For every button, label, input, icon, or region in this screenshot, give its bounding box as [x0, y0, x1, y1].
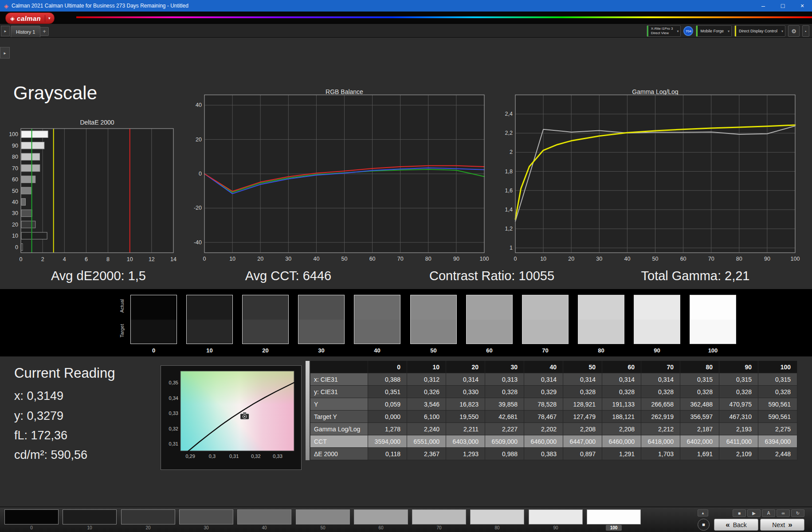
- svg-text:0,34: 0,34: [169, 395, 178, 401]
- meter-count-badge: 704: [683, 26, 693, 36]
- value-cell: 188,121: [602, 411, 641, 423]
- table-row-label: y: CIE31: [310, 386, 368, 398]
- play-icon-button[interactable]: ▶: [747, 509, 761, 517]
- svg-text:0,35: 0,35: [169, 380, 178, 385]
- table-row: Y0,0593,54616,82339,85878,528128,921191,…: [310, 398, 797, 411]
- table-column-header: 40: [524, 361, 563, 373]
- pattern-button-20[interactable]: [121, 509, 175, 524]
- swatch-level-label: 70: [522, 347, 569, 354]
- value-cell: 266,658: [641, 398, 680, 411]
- calman-menu-button[interactable]: ◈ calman ▾: [5, 12, 55, 24]
- panel-toggle-button[interactable]: ▪: [802, 25, 809, 37]
- svg-text:1,4: 1,4: [505, 207, 513, 213]
- grayscale-swatch-90: [634, 295, 680, 344]
- swatch-level-label: 50: [410, 347, 457, 354]
- close-button[interactable]: ×: [792, 0, 812, 12]
- value-cell: 6447,000: [563, 435, 602, 448]
- value-cell: 6460,000: [602, 435, 641, 448]
- reading-fl: fL: 172,36: [14, 429, 67, 442]
- value-cell: 2,208: [563, 423, 602, 435]
- table-row: y: CIE310,3510,3260,3300,3280,3290,3280,…: [310, 386, 797, 398]
- svg-text:10: 10: [12, 233, 18, 239]
- pattern-button-100[interactable]: [587, 509, 641, 524]
- value-cell: 0,328: [602, 386, 641, 398]
- pattern-button-60[interactable]: [354, 509, 408, 524]
- swatch-level-label: 60: [466, 347, 513, 354]
- value-cell: 362,488: [680, 398, 719, 411]
- loop-icon-button[interactable]: ∞: [777, 509, 790, 517]
- next-button[interactable]: Next »: [760, 519, 804, 531]
- text-icon-button[interactable]: A: [762, 509, 775, 517]
- pattern-button-80[interactable]: [470, 509, 524, 524]
- back-button[interactable]: « Back: [714, 519, 758, 531]
- meter-dropdown[interactable]: X-Rite i1Pro 3 Direct View ▾: [647, 25, 681, 37]
- add-tab-button[interactable]: +: [40, 27, 49, 36]
- value-cell: 128,921: [563, 398, 602, 411]
- maximize-button[interactable]: □: [773, 0, 792, 12]
- collapse-panel-button[interactable]: ▲: [698, 509, 708, 516]
- pattern-button-10[interactable]: [63, 509, 117, 524]
- table-corner-cell: [310, 361, 368, 373]
- svg-text:1,8: 1,8: [505, 168, 513, 175]
- rgb-balance-chart: 40200-20-400102030405060708090100: [191, 87, 497, 269]
- minimize-button[interactable]: –: [753, 0, 773, 12]
- grayscale-ramp-strip: Actual Target 0102030405060708090100: [0, 289, 812, 356]
- target-half: [298, 320, 344, 344]
- pattern-button-30[interactable]: [179, 509, 233, 524]
- svg-text:80: 80: [736, 256, 742, 262]
- value-cell: 2,109: [719, 448, 758, 460]
- grayscale-swatch-70: [522, 295, 569, 344]
- pattern-button-label: 80: [470, 525, 524, 530]
- value-cell: 6,100: [407, 411, 446, 423]
- table-row: Gamma Log/Log1,2782,2402,2112,2272,2022,…: [310, 423, 797, 435]
- calman-logo-text: calman: [17, 15, 41, 22]
- settings-gear-button[interactable]: ⚙: [788, 25, 800, 37]
- svg-text:30: 30: [285, 256, 291, 262]
- pattern-button-label: 70: [412, 525, 466, 530]
- svg-text:60: 60: [369, 256, 376, 262]
- pattern-button-50[interactable]: [296, 509, 350, 524]
- value-cell: 0,388: [368, 373, 407, 386]
- reading-x: x: 0,3149: [14, 389, 63, 403]
- measurement-table: 0102030405060708090100x: CIE310,3880,312…: [310, 361, 797, 460]
- swatch-level-label: 40: [354, 347, 400, 354]
- prev-slide-arrow[interactable]: ▸: [0, 47, 10, 59]
- window-title: Calman 2021 Calman Ultimate for Business…: [12, 3, 188, 9]
- refresh-icon-button[interactable]: ↻: [791, 509, 804, 517]
- swatch-level-label: 30: [298, 347, 345, 354]
- display-control-dropdown[interactable]: Direct Display Control ▾: [734, 25, 785, 37]
- value-cell: 0,328: [719, 386, 758, 398]
- pattern-button-0[interactable]: [4, 509, 59, 524]
- value-cell: 0,328: [641, 386, 680, 398]
- svg-text:0: 0: [514, 256, 517, 262]
- pattern-button-label: 30: [179, 525, 233, 530]
- value-cell: 1,291: [602, 448, 641, 460]
- svg-text:80: 80: [12, 154, 18, 160]
- value-cell: 6402,000: [680, 435, 719, 448]
- tab-history-1[interactable]: History 1: [11, 26, 40, 37]
- svg-text:40: 40: [12, 199, 18, 205]
- table-scrollbar[interactable]: [306, 361, 310, 460]
- pattern-button-40[interactable]: [237, 509, 291, 524]
- pattern-window-button[interactable]: ■: [698, 519, 710, 531]
- swatch-level-label: 0: [130, 347, 177, 354]
- stop-icon-button[interactable]: ■: [733, 509, 746, 517]
- nav-arrow-icon[interactable]: ▸: [1, 26, 10, 36]
- pattern-button-90[interactable]: [529, 509, 583, 524]
- grayscale-swatch-100: [690, 295, 736, 344]
- value-cell: 0,330: [446, 386, 485, 398]
- pattern-toolbar: ■▶A∞↻: [733, 509, 804, 517]
- workflow-bar: ▸ History 1 + X-Rite i1Pro 3 Direct View…: [0, 24, 812, 38]
- value-cell: 0,351: [368, 386, 407, 398]
- pattern-button-70[interactable]: [412, 509, 466, 524]
- value-cell: 78,467: [524, 411, 563, 423]
- svg-text:4: 4: [63, 256, 66, 262]
- stat-avg-cct: Avg CCT: 6446: [245, 269, 332, 283]
- source-dropdown[interactable]: Mobile Forge ▾: [696, 25, 732, 37]
- skip-back-icon: «: [726, 521, 730, 528]
- value-cell: 6509,000: [485, 435, 524, 448]
- meter-mode: Direct View: [651, 31, 673, 35]
- svg-text:20: 20: [196, 137, 202, 143]
- svg-text:0,3: 0,3: [209, 454, 216, 459]
- value-cell: 127,479: [563, 411, 602, 423]
